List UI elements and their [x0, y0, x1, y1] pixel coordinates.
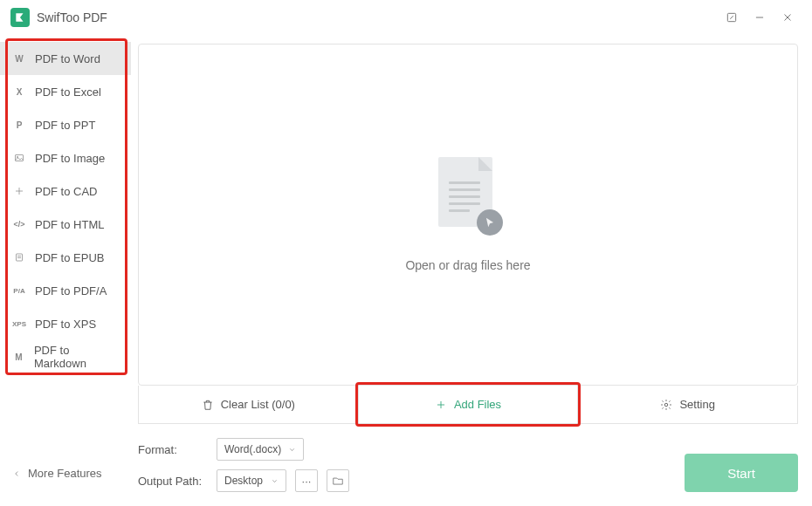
browse-folder-button[interactable] — [327, 469, 349, 492]
add-files-label: Add Files — [454, 398, 501, 411]
sidebar-item-pdf-to-xps[interactable]: XPS PDF to XPS — [0, 307, 131, 340]
format-value: Word(.docx) — [224, 443, 281, 455]
add-files-button[interactable]: Add Files — [358, 386, 579, 423]
more-options-button[interactable]: ··· — [295, 469, 318, 492]
ppt-icon: P — [12, 120, 26, 130]
plus-icon — [435, 399, 447, 411]
sidebar-item-pdf-to-cad[interactable]: PDF to CAD — [0, 174, 131, 208]
output-path-label: Output Path: — [138, 475, 208, 488]
output-path-value: Desktop — [224, 475, 263, 487]
sidebar-item-pdf-to-pdfa[interactable]: P/A PDF to PDF/A — [0, 274, 131, 307]
sidebar-item-pdf-to-markdown[interactable]: M PDF to Markdown — [0, 340, 131, 373]
minimize-button[interactable] — [746, 3, 774, 31]
file-illustration — [433, 157, 503, 241]
action-row: Clear List (0/0) Add Files Setting — [138, 386, 798, 424]
html-icon: </> — [12, 220, 26, 229]
sidebar-item-label: PDF to Image — [35, 152, 105, 165]
markdown-icon: M — [12, 352, 25, 362]
sidebar-item-label: PDF to PDF/A — [35, 284, 107, 297]
sidebar-item-label: PDF to HTML — [35, 218, 104, 231]
titlebar: SwifToo PDF — [0, 0, 812, 35]
chevron-down-icon — [271, 477, 279, 485]
sidebar-item-label: PDF to Word — [35, 52, 100, 65]
more-features-link[interactable]: More Features — [0, 467, 131, 480]
pdfa-icon: P/A — [12, 287, 26, 295]
sidebar-item-pdf-to-ppt[interactable]: P PDF to PPT — [0, 108, 131, 141]
gear-icon — [660, 399, 672, 411]
clear-list-button[interactable]: Clear List (0/0) — [139, 386, 358, 423]
setting-label: Setting — [679, 398, 714, 411]
output-path-select[interactable]: Desktop — [217, 469, 286, 492]
ellipsis-icon: ··· — [302, 475, 312, 488]
sidebar-item-pdf-to-image[interactable]: PDF to Image — [0, 141, 131, 174]
start-label: Start — [727, 466, 755, 481]
svg-point-5 — [17, 156, 18, 158]
folder-icon — [332, 475, 344, 487]
sidebar-item-pdf-to-excel[interactable]: X PDF to Excel — [0, 75, 131, 108]
chevron-down-icon — [288, 446, 296, 454]
word-icon: W — [12, 54, 26, 64]
close-button[interactable] — [774, 3, 802, 31]
more-features-label: More Features — [28, 467, 102, 480]
sidebar-item-label: PDF to CAD — [35, 185, 98, 198]
start-button[interactable]: Start — [685, 454, 798, 492]
clear-list-label: Clear List (0/0) — [221, 398, 295, 411]
sidebar-item-pdf-to-epub[interactable]: PDF to EPUB — [0, 241, 131, 274]
sidebar-item-label: PDF to EPUB — [35, 251, 104, 264]
trash-icon — [202, 399, 214, 411]
sidebar-item-label: PDF to PPT — [35, 119, 95, 132]
chevron-left-icon — [12, 469, 21, 478]
image-icon — [12, 153, 26, 163]
drop-zone-text: Open or drag files here — [405, 258, 530, 272]
xps-icon: XPS — [12, 320, 26, 328]
cad-icon — [12, 186, 26, 196]
main-panel: Open or drag files here Clear List (0/0)… — [131, 35, 812, 506]
drop-zone[interactable]: Open or drag files here — [138, 44, 798, 386]
svg-rect-8 — [17, 254, 23, 261]
setting-button[interactable]: Setting — [578, 386, 797, 423]
epub-icon — [12, 252, 26, 263]
svg-point-13 — [665, 403, 669, 407]
svg-rect-4 — [16, 155, 24, 161]
bottom-controls: Format: Word(.docx) Output Path: Desktop… — [138, 438, 798, 492]
titlebar-extra-button[interactable] — [718, 3, 746, 31]
format-select[interactable]: Word(.docx) — [217, 438, 304, 461]
sidebar-item-label: PDF to XPS — [35, 318, 96, 331]
sidebar: W PDF to Word X PDF to Excel P PDF to PP… — [0, 35, 131, 506]
sidebar-item-label: PDF to Excel — [35, 85, 101, 99]
cursor-icon — [477, 209, 503, 236]
app-title: SwifToo PDF — [37, 10, 107, 24]
sidebar-item-pdf-to-word[interactable]: W PDF to Word — [0, 42, 131, 75]
format-label: Format: — [138, 443, 208, 456]
excel-icon: X — [12, 87, 26, 97]
sidebar-item-pdf-to-html[interactable]: </> PDF to HTML — [0, 208, 131, 241]
sidebar-item-label: PDF to Markdown — [34, 344, 119, 370]
app-logo — [10, 8, 30, 27]
